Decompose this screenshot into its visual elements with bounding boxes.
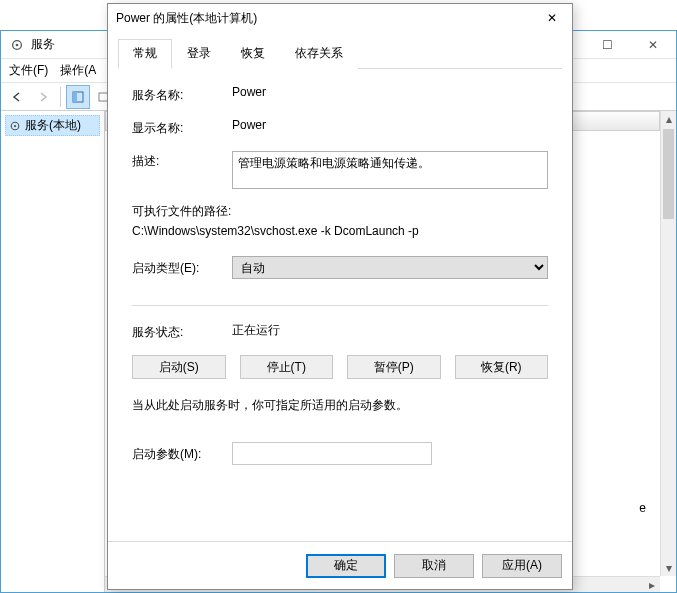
back-button[interactable] xyxy=(5,85,29,109)
label-service-name: 服务名称: xyxy=(132,85,232,104)
tab-label: 依存关系 xyxy=(295,46,343,60)
label-display-name: 显示名称: xyxy=(132,118,232,137)
value-exe-path: C:\Windows\system32\svchost.exe -k DcomL… xyxy=(132,224,548,238)
tab-dependencies[interactable]: 依存关系 xyxy=(280,39,358,69)
scroll-thumb[interactable] xyxy=(663,129,674,219)
start-button: 启动(S) xyxy=(132,355,226,379)
button-label: 确定 xyxy=(334,558,358,572)
tab-logon[interactable]: 登录 xyxy=(172,39,226,69)
label-exe-path: 可执行文件的路径: xyxy=(132,203,548,220)
value-display-name: Power xyxy=(232,118,548,132)
dialog-titlebar: Power 的属性(本地计算机) ✕ xyxy=(108,4,572,32)
hint-text: 当从此处启动服务时，你可指定所适用的启动参数。 xyxy=(132,397,548,414)
description-box[interactable]: 管理电源策略和电源策略通知传递。 xyxy=(232,151,548,189)
tab-recovery[interactable]: 恢复 xyxy=(226,39,280,69)
stray-text: e xyxy=(639,501,646,515)
start-params-input xyxy=(232,442,432,465)
button-label: 暂停(P) xyxy=(374,360,414,374)
startup-type-select[interactable]: 自动 xyxy=(232,256,548,279)
ok-button[interactable]: 确定 xyxy=(306,554,386,578)
button-label: 恢复(R) xyxy=(481,360,522,374)
description-text: 管理电源策略和电源策略通知传递。 xyxy=(238,156,430,170)
tab-general[interactable]: 常规 xyxy=(118,39,172,69)
button-label: 应用(A) xyxy=(502,558,542,572)
label-description: 描述: xyxy=(132,151,232,170)
scroll-up-icon[interactable]: ▴ xyxy=(661,111,676,127)
gear-icon xyxy=(9,120,21,132)
tab-label: 登录 xyxy=(187,46,211,60)
scroll-down-icon[interactable]: ▾ xyxy=(661,560,676,576)
tab-label: 常规 xyxy=(133,46,157,60)
close-button[interactable]: ✕ xyxy=(532,4,572,32)
separator xyxy=(60,87,61,107)
dialog-title: Power 的属性(本地计算机) xyxy=(116,10,257,27)
scroll-right-icon[interactable]: ▸ xyxy=(644,577,660,593)
tab-strip: 常规 登录 恢复 依存关系 xyxy=(118,38,562,69)
close-button[interactable]: ✕ xyxy=(630,31,676,59)
forward-button[interactable] xyxy=(31,85,55,109)
label-start-params: 启动参数(M): xyxy=(132,444,232,463)
tree-pane: 服务(本地) xyxy=(1,111,105,592)
tab-label: 恢复 xyxy=(241,46,265,60)
tree-node-services[interactable]: 服务(本地) xyxy=(5,115,100,136)
stop-button: 停止(T) xyxy=(240,355,334,379)
svg-point-1 xyxy=(16,43,19,46)
svg-point-6 xyxy=(14,124,16,126)
button-label: 停止(T) xyxy=(267,360,306,374)
menu-action[interactable]: 操作(A xyxy=(60,62,96,79)
cancel-button[interactable]: 取消 xyxy=(394,554,474,578)
button-label: 取消 xyxy=(422,558,446,572)
button-label: 启动(S) xyxy=(159,360,199,374)
value-service-name: Power xyxy=(232,85,548,99)
separator xyxy=(132,305,548,306)
label-service-status: 服务状态: xyxy=(132,322,232,341)
menu-file[interactable]: 文件(F) xyxy=(9,62,48,79)
tab-content: 服务名称: Power 显示名称: Power 描述: 管理电源策略和电源策略通… xyxy=(108,69,572,465)
pause-button: 暂停(P) xyxy=(347,355,441,379)
tree-node-label: 服务(本地) xyxy=(25,117,81,134)
label-startup-type: 启动类型(E): xyxy=(132,258,232,277)
apply-button[interactable]: 应用(A) xyxy=(482,554,562,578)
window-title: 服务 xyxy=(31,36,55,53)
maximize-button[interactable]: ☐ xyxy=(584,31,630,59)
gear-icon xyxy=(9,37,25,53)
value-service-status: 正在运行 xyxy=(232,322,548,339)
dialog-footer: 确定 取消 应用(A) xyxy=(108,541,572,589)
toolbar-view-button[interactable] xyxy=(66,85,90,109)
vertical-scrollbar[interactable]: ▴ ▾ xyxy=(660,111,676,576)
properties-dialog: Power 的属性(本地计算机) ✕ 常规 登录 恢复 依存关系 服务名称: P… xyxy=(107,3,573,590)
svg-rect-3 xyxy=(73,92,77,102)
resume-button: 恢复(R) xyxy=(455,355,549,379)
